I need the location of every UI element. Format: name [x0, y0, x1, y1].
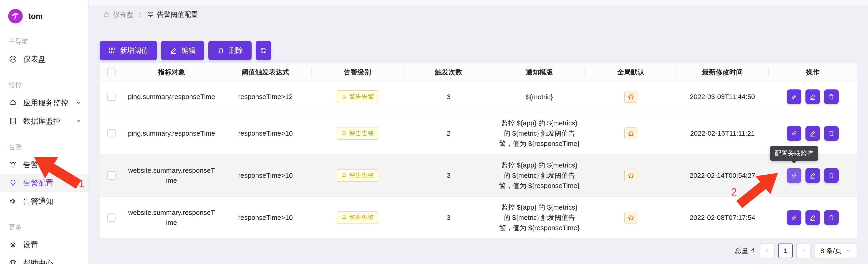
trigger-times: 2 [404, 112, 494, 154]
hertzbeat-logo-icon [8, 9, 23, 24]
nav-group-alert: 告警 [0, 142, 88, 152]
globe-icon [9, 259, 17, 264]
trash-icon [828, 130, 835, 137]
megaphone-icon [9, 197, 17, 206]
delete-row-button[interactable] [824, 168, 839, 183]
col-header-global: 全局默认 [585, 63, 677, 81]
sidebar-item-label: 仪表盘 [23, 54, 46, 64]
dashboard-icon [9, 55, 17, 63]
threshold-table: 指标对象 阈值触发表达式 告警级别 触发次数 通知模版 全局默认 最新修改时间 … [100, 63, 857, 238]
sidebar-item-dashboard[interactable]: 仪表盘 [0, 50, 88, 68]
refresh-icon [259, 47, 267, 54]
col-header-level: 告警级别 [311, 63, 404, 81]
alert-level: 警告告警 [311, 197, 404, 238]
trash-icon [828, 93, 835, 100]
col-header-metric: 指标对象 [123, 63, 220, 81]
warning-level-tag: 警告告警 [337, 127, 378, 140]
total-count: 总量4 [735, 246, 755, 256]
app-root: tom 主导航 仪表盘 监控 应用服务监控 数据库监控 [0, 0, 868, 264]
link-monitor-button[interactable] [787, 210, 801, 225]
sidebar-item-database-monitor[interactable]: 数据库监控 [0, 112, 88, 130]
no-tag: 否 [624, 212, 637, 224]
warning-level-tag: 警告告警 [337, 211, 378, 224]
edit-button[interactable]: 编辑 [161, 41, 204, 60]
nav-group-main: 主导航 [0, 36, 88, 47]
sidebar: tom 主导航 仪表盘 监控 应用服务监控 数据库监控 [0, 0, 89, 264]
logo-row: tom [0, 8, 88, 25]
global-default: 否 [585, 82, 677, 112]
breadcrumb-current: 告警阈值配置 [147, 10, 198, 19]
edit-row-button[interactable] [805, 89, 820, 104]
notify-template: ${metric} [494, 82, 585, 112]
delete-row-button[interactable] [824, 210, 839, 225]
trigger-expression: responseTime>10 [220, 112, 311, 154]
chevron-down-icon [75, 100, 82, 106]
alert-level: 警告告警 [311, 112, 404, 154]
sidebar-item-alert-config[interactable]: 告警配置 [0, 174, 88, 192]
toolbar: 新增阈值 编辑 删除 [100, 41, 857, 60]
link-monitor-button[interactable] [787, 168, 801, 183]
trigger-times: 3 [404, 154, 494, 196]
nav-group-monitor: 监控 [0, 80, 88, 90]
annotation-step-2: 2 [731, 186, 737, 198]
global-default: 否 [585, 154, 677, 196]
sidebar-item-label: 告警通知 [23, 196, 53, 206]
edit-icon [809, 130, 816, 137]
trigger-expression: responseTime>10 [220, 197, 311, 238]
tooltip-configure-linked-monitor: 配置关联监控 [770, 146, 818, 161]
trash-icon [828, 214, 835, 221]
metric-object: ping.summary.responseTime [123, 112, 220, 154]
breadcrumb: 仪表盘 / 告警阈值配置 [100, 0, 857, 29]
delete-button[interactable]: 删除 [208, 41, 252, 60]
add-threshold-button[interactable]: 新增阈值 [100, 41, 157, 60]
table-row: ping.summary.responseTime responseTime>1… [100, 81, 857, 112]
sidebar-item-help-center[interactable]: 帮助中心 [0, 254, 88, 264]
pagination: 总量4 1 8 条/页 [100, 243, 857, 258]
bell-icon [341, 172, 347, 178]
warning-level-tag: 警告告警 [337, 169, 378, 182]
sidebar-item-settings[interactable]: 设置 [0, 236, 88, 254]
table-row: website.summary.responseTime responseTim… [100, 196, 857, 238]
alert-bell-icon [147, 11, 154, 18]
delete-row-button[interactable] [824, 126, 839, 141]
edit-icon [809, 214, 816, 221]
link-icon [790, 93, 798, 100]
link-monitor-button[interactable] [787, 89, 801, 104]
edit-row-button[interactable] [805, 126, 820, 141]
nav-group-more: 更多 [0, 222, 88, 232]
bell-icon [341, 130, 347, 136]
cloud-icon [9, 98, 17, 107]
trigger-expression: responseTime>12 [220, 82, 311, 112]
page-size-select[interactable]: 8 条/页 [814, 243, 857, 258]
sidebar-item-label: 帮助中心 [23, 258, 53, 264]
breadcrumb-home-label: 仪表盘 [113, 10, 133, 19]
row-checkbox[interactable] [107, 129, 116, 138]
chevron-down-icon [75, 118, 82, 124]
no-tag: 否 [624, 170, 637, 181]
prev-page-button[interactable] [760, 243, 775, 258]
sidebar-item-app-service-monitor[interactable]: 应用服务监控 [0, 94, 88, 112]
select-all-checkbox[interactable] [107, 68, 116, 76]
link-icon [790, 214, 798, 221]
sidebar-item-alert-center[interactable]: 告警中心 [0, 156, 88, 174]
delete-row-button[interactable] [824, 89, 839, 104]
refresh-button[interactable] [256, 41, 271, 60]
row-checkbox[interactable] [107, 171, 116, 180]
trigger-times: 3 [404, 197, 494, 238]
edit-row-button[interactable] [805, 168, 820, 183]
breadcrumb-home[interactable]: 仪表盘 [103, 10, 133, 19]
link-icon [790, 172, 798, 179]
row-checkbox[interactable] [107, 213, 116, 222]
sidebar-item-label: 设置 [23, 240, 38, 250]
metric-object: ping.summary.responseTime [123, 82, 220, 112]
row-checkbox[interactable] [107, 93, 116, 101]
sidebar-item-label: 数据库监控 [23, 116, 61, 126]
edit-row-button[interactable] [805, 210, 820, 225]
sidebar-item-alert-notice[interactable]: 告警通知 [0, 192, 88, 210]
link-monitor-button[interactable] [787, 126, 801, 141]
page-1-button[interactable]: 1 [778, 243, 793, 258]
col-header-times: 触发次数 [404, 63, 494, 81]
next-page-button[interactable] [796, 243, 811, 258]
notify-template: 监控 ${app} 的 ${metrics} 的 ${metric} 触发阈值告… [494, 154, 585, 196]
alert-bell-icon [9, 160, 17, 169]
